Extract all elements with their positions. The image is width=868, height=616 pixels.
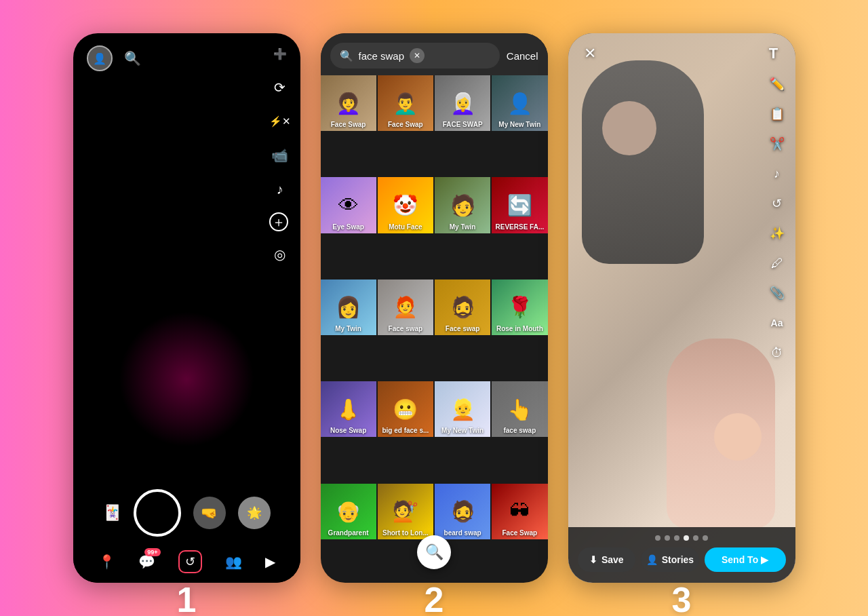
phone-1-wrapper: 👤 🔍 ➕ ⟳ ⚡✕ 📹 ♪ ＋ ◎ 🃏 🤜 🌟 📍 [73, 33, 300, 583]
filter-label-13: Nose Swap [321, 427, 376, 434]
person-head-1 [602, 101, 656, 155]
filter-label-2: Face Swap [378, 121, 433, 128]
dot-5 [693, 535, 698, 541]
filter-cell-7[interactable]: 🧑 My Twin [435, 177, 490, 233]
clear-search-button[interactable]: ✕ [410, 48, 425, 63]
flash-off-icon[interactable]: ⚡✕ [269, 111, 291, 132]
emoji-filter-button[interactable]: 🌟 [238, 497, 271, 529]
filter-label-20: Face Swap [492, 529, 547, 537]
filter-cell-5[interactable]: 👁 Eye Swap [321, 177, 376, 233]
story-icon[interactable]: ▶ [265, 554, 275, 570]
phone-2-wrapper: 🔍 face swap ✕ Cancel 👩‍🦱 Face Swap 👨‍🦱 F… [321, 33, 548, 583]
music-note-icon[interactable]: ♪ [767, 163, 787, 184]
filter-cell-13[interactable]: 👃 Nose Swap [321, 381, 376, 437]
bottom-actions: ⬇ Save 👤 Stories Send To ▶ [578, 547, 786, 572]
text-icon[interactable]: T [763, 43, 785, 64]
chat-icon[interactable]: 💬 99+ [138, 554, 155, 570]
floating-search-button[interactable]: 🔍 [417, 535, 451, 569]
dot-2 [665, 535, 670, 541]
stories-button[interactable]: 👤 Stories [641, 547, 699, 572]
phone3-header: ✕ T [568, 33, 795, 74]
dot-6 [703, 535, 708, 541]
phone-3: ✕ T ✏️ 📋 ✂️ ♪ ↺ ✨ 🖊 📎 Aa ⏱ [568, 33, 795, 583]
filter-cell-6[interactable]: 🤡 Motu Face [378, 177, 433, 233]
filter-cell-20[interactable]: 🕶 Face Swap [492, 484, 547, 539]
sparkle-icon[interactable]: ✨ [767, 223, 787, 244]
video-icon[interactable]: 📹 [269, 145, 291, 166]
pencil-icon[interactable]: ✏️ [767, 74, 787, 94]
filter-cell-1[interactable]: 👩‍🦱 Face Swap [321, 75, 376, 131]
filter-label-7: My Twin [435, 223, 490, 231]
phone-3-wrapper: ✕ T ✏️ 📋 ✂️ ♪ ↺ ✨ 🖊 📎 Aa ⏱ [568, 33, 795, 583]
map-icon[interactable]: 📍 [98, 554, 115, 570]
filter-label-19: beard swap [435, 529, 490, 537]
save-button[interactable]: ⬇ Save [578, 547, 636, 572]
filter-cell-18[interactable]: 💇 Short to Lon... [378, 484, 433, 539]
filter-cell-8[interactable]: 🔄 REVERSE FA... [492, 177, 547, 233]
avatar[interactable]: 👤 [87, 45, 113, 71]
shutter-button[interactable] [134, 489, 181, 537]
download-icon: ⬇ [589, 554, 597, 565]
filter-label-11: Face swap [435, 325, 490, 332]
lens-card-icon[interactable]: 🃏 [103, 504, 121, 522]
paperclip-icon[interactable]: 📎 [767, 283, 787, 303]
lens-nav-icon[interactable]: ↺ [178, 550, 202, 573]
filter-cell-9[interactable]: 👩 My Twin [321, 280, 376, 335]
filter-cell-17[interactable]: 👴 Grandparent [321, 484, 376, 539]
filter-label-15: My New Twin [435, 427, 490, 434]
step-1-label: 1 [177, 579, 197, 616]
pen-icon[interactable]: 🖊 [767, 253, 787, 273]
dot-4-active [684, 535, 689, 541]
filter-label-9: My Twin [321, 325, 376, 332]
text-size-icon[interactable]: Aa [767, 313, 787, 333]
filter-label-10: Face swap [378, 325, 433, 332]
search-text: face swap [359, 50, 405, 62]
filter-label-16: face swap [492, 427, 547, 434]
filter-label-6: Motu Face [378, 223, 433, 231]
person-figure-1 [582, 60, 704, 264]
filter-label-5: Eye Swap [321, 223, 376, 231]
music-icon[interactable]: ♪ [269, 178, 291, 200]
stories-avatar-icon: 👤 [646, 554, 658, 565]
filter-label-12: Rose in Mouth [492, 325, 547, 332]
step-2-label: 2 [425, 579, 444, 616]
filter-cell-12[interactable]: 🌹 Rose in Mouth [492, 280, 547, 335]
camera-controls: 🃏 🤜 🌟 [73, 480, 300, 543]
filter-cell-19[interactable]: 🧔 beard swap [435, 484, 490, 539]
rotate-icon[interactable]: ↺ [767, 193, 787, 214]
filter-cell-2[interactable]: 👨‍🦱 Face Swap [378, 75, 433, 131]
phone2-header: 🔍 face swap ✕ Cancel [321, 33, 548, 75]
story-dots [578, 535, 786, 541]
filter-grid: 👩‍🦱 Face Swap 👨‍🦱 Face Swap 👩‍🦳 FACE SWA… [321, 75, 548, 583]
plus-circle-icon[interactable]: ＋ [269, 212, 288, 231]
dot-1 [655, 535, 660, 541]
close-icon[interactable]: ✕ [579, 43, 601, 64]
photo-background [568, 33, 795, 583]
filter-cell-3[interactable]: 👩‍🦳 FACE SWAP [435, 75, 490, 131]
clipboard-icon[interactable]: 📋 [767, 104, 787, 124]
filter-label-18: Short to Lon... [378, 529, 433, 537]
phone3-right-tools: ✏️ 📋 ✂️ ♪ ↺ ✨ 🖊 📎 Aa ⏱ [767, 74, 787, 363]
search-bar[interactable]: 🔍 face swap ✕ [330, 43, 500, 69]
timer-icon[interactable]: ⏱ [767, 343, 787, 363]
filter-cell-10[interactable]: 🧑‍🦰 Face swap [378, 280, 433, 335]
filter-cell-11[interactable]: 🧔 Face swap [435, 280, 490, 335]
filter-label-17: Grandparent [321, 529, 376, 537]
scissors-icon[interactable]: ✂️ [767, 134, 787, 154]
send-to-button[interactable]: Send To ▶ [705, 547, 786, 572]
filter-label-3: FACE SWAP [435, 121, 490, 128]
search-icon[interactable]: 🔍 [122, 47, 144, 69]
filter-cell-16[interactable]: 👆 face swap [492, 381, 547, 437]
friends-icon[interactable]: 👥 [225, 554, 242, 570]
dot-3 [674, 535, 679, 541]
filter-cell-15[interactable]: 👱 My New Twin [435, 381, 490, 437]
flip-camera-icon[interactable]: ⟳ [269, 77, 291, 98]
filter-cell-4[interactable]: 👤 My New Twin [492, 75, 547, 131]
cancel-button[interactable]: Cancel [507, 50, 538, 62]
filter-label-1: Face Swap [321, 121, 376, 128]
camera-target-icon[interactable]: ◎ [269, 244, 291, 265]
phone1-bottom: 🃏 🤜 🌟 📍 💬 99+ ↺ 👥 ▶ [73, 480, 300, 583]
lens-preview-button[interactable]: 🤜 [193, 497, 226, 529]
photo-content [568, 33, 795, 583]
filter-cell-14[interactable]: 😬 big ed face s... [378, 381, 433, 437]
